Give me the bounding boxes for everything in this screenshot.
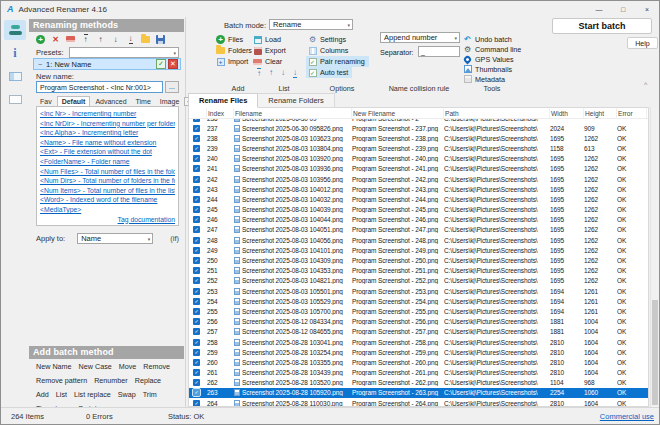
checkbox-checked-icon[interactable]: ✓ (193, 186, 200, 193)
apply-to-dropdown[interactable]: Name▾ (77, 233, 153, 244)
checkbox-checked-icon[interactable]: ✓ (193, 119, 200, 122)
add-method-link[interactable]: Remove pattern (36, 376, 87, 385)
move-method-top-button[interactable]: ↑ (81, 35, 90, 44)
table-row[interactable]: ✓252Screenshot 2025-08-03 104821.pngProg… (189, 276, 648, 286)
table-row[interactable]: ✓248Screenshot 2025-08-03 104056.pngProg… (189, 235, 648, 245)
new-name-input[interactable]: Program Screenshot - <Inc Nr:001> (36, 81, 163, 93)
table-row[interactable]: ✓240Screenshot 2025-08-03 103920.pngProg… (189, 154, 648, 164)
col-error[interactable]: Error (617, 108, 647, 118)
tag-link[interactable]: <Num Items> - Total number of files in t… (40, 186, 175, 196)
add-method-link[interactable]: Replace (135, 376, 161, 385)
checkbox-checked-icon[interactable]: ✓ (193, 125, 200, 132)
table-row[interactable]: ✓258Screenshot 2025-08-28 103041.pngProg… (189, 337, 648, 347)
tag-link[interactable]: <Inc Alpha> - Incrementing letter (40, 128, 175, 138)
checkbox-checked-icon[interactable]: ✓ (193, 135, 200, 142)
checkbox-checked-icon[interactable]: ✓ (193, 369, 200, 376)
method-delete-button[interactable]: ✕ (168, 59, 178, 69)
table-row[interactable]: ✓259Screenshot 2025-08-28 103254.pngProg… (189, 347, 648, 357)
start-batch-button[interactable]: Start batch (552, 18, 652, 34)
checkbox-checked-icon[interactable]: ✓ (193, 145, 200, 152)
layout-panel-button[interactable] (4, 89, 26, 109)
checkbox-checked-icon[interactable]: ✓ (193, 226, 200, 233)
table-row[interactable]: ✓243Screenshot 2025-08-03 104012.pngProg… (189, 184, 648, 194)
table-row[interactable]: ✓239Screenshot 2025-08-03 103804.pngProg… (189, 143, 648, 153)
checkbox-checked-icon[interactable]: ✓ (193, 247, 200, 254)
table-row[interactable]: ✓264Screenshot 2025-08-28 110030.pngProg… (189, 398, 648, 406)
add-method-link[interactable]: List (56, 390, 67, 399)
table-row[interactable]: ✓262Screenshot 2025-08-28 103520.pngProg… (189, 378, 648, 388)
tag-tab-fav[interactable]: Fav (36, 97, 56, 106)
tab-rename-files[interactable]: Rename Files (188, 93, 258, 108)
move-up-button[interactable]: ↑ (269, 68, 273, 78)
if-link[interactable]: (if) (170, 234, 179, 243)
minimize-button[interactable]: — (587, 1, 611, 17)
move-method-bottom-button[interactable]: ↓ (126, 35, 135, 44)
collapse-toolbar-icon[interactable]: ^ (644, 81, 647, 88)
help-button[interactable]: Help (627, 37, 658, 49)
checkbox-checked-icon[interactable]: ✓ (193, 349, 200, 356)
separator-input[interactable]: _ (418, 46, 460, 57)
move-down-button[interactable]: ↓ (281, 68, 285, 78)
tag-link[interactable]: <Num Files> - Total number of files in t… (40, 167, 175, 177)
table-row[interactable]: ✓260Screenshot 2025-08-28 103355.pngProg… (189, 357, 648, 367)
tag-link[interactable]: <Num Dirs> - Total number of folders in … (40, 176, 175, 186)
col-width[interactable]: Width (550, 108, 584, 118)
checkbox-checked-icon[interactable]: ✓ (193, 328, 200, 335)
gps-values-button[interactable]: GPS Values (463, 54, 521, 64)
move-top-button[interactable]: ↑ (257, 68, 261, 78)
checkbox-checked-icon[interactable]: ✓ (193, 216, 200, 223)
add-method-link[interactable]: New Case (79, 362, 112, 371)
table-row[interactable]: ✓242Screenshot 2025-08-03 103956.pngProg… (189, 174, 648, 184)
tag-tab-image[interactable]: Image (156, 97, 183, 106)
command-line-button[interactable]: ⚙Command line (463, 44, 521, 54)
tag-link[interactable]: <FolderName> - Folder name (40, 157, 175, 167)
checkbox-checked-icon[interactable]: ✓ (193, 389, 200, 396)
add-method-link[interactable]: Trim (143, 390, 157, 399)
checkbox-checked-icon[interactable]: ✓ (193, 379, 200, 386)
add-folders-button[interactable]: Folders (216, 45, 252, 56)
methods-panel-button[interactable] (4, 20, 26, 40)
table-row[interactable]: ✓253Screenshot 2025-08-03 105501.pngProg… (189, 286, 648, 296)
move-method-down-button[interactable]: ↓ (111, 35, 120, 44)
select-all-header[interactable] (193, 108, 207, 118)
settings-button[interactable]: ⚙Settings (308, 34, 369, 45)
tag-link[interactable]: <Ext> - File extension without the dot (40, 147, 175, 157)
vertical-scrollbar[interactable] (650, 107, 659, 407)
checkbox-checked-icon[interactable]: ✓ (193, 155, 200, 162)
checkbox-checked-icon[interactable]: ✓ (193, 267, 200, 274)
scrollbar-thumb[interactable] (652, 300, 658, 405)
tag-link[interactable]: <MediaType> (40, 205, 175, 215)
tag-tab-advanced[interactable]: Advanced (91, 97, 130, 106)
add-files-button[interactable]: +Files (216, 34, 252, 45)
thumbnails-button[interactable]: Thumbnails (463, 64, 521, 74)
checkbox-checked-icon[interactable]: ✓ (193, 400, 200, 406)
browse-tags-button[interactable]: ... (165, 81, 179, 93)
add-method-link[interactable]: Move (119, 362, 137, 371)
tag-documentation-link[interactable]: Tag documentation (118, 215, 175, 226)
checkbox-checked-icon[interactable]: ✓ (193, 206, 200, 213)
batch-mode-dropdown[interactable]: Rename▾ (269, 19, 353, 30)
checkbox-checked-icon[interactable]: ✓ (193, 318, 200, 325)
table-row[interactable]: ✓245Screenshot 2025-08-03 104039.pngProg… (189, 205, 648, 215)
method-item-new-name[interactable]: − 1: New Name ✓ ✕ (33, 58, 181, 70)
import-button[interactable]: +Import (216, 56, 252, 67)
col-index[interactable]: Index (207, 108, 234, 118)
table-row[interactable]: ✓261Screenshot 2025-08-28 103439.pngProg… (189, 368, 648, 378)
table-row[interactable]: ✓237Screenshot 2025-06-30 095826.pngProg… (189, 123, 648, 133)
table-row[interactable]: ✓256Screenshot 2025-08-12 084334.pngProg… (189, 317, 648, 327)
tag-tab-default[interactable]: Default (57, 96, 91, 106)
move-method-up-button[interactable]: ↑ (96, 35, 105, 44)
table-row[interactable]: ✓254Screenshot 2025-08-03 105529.pngProg… (189, 296, 648, 306)
move-bottom-button[interactable]: ↓ (293, 68, 297, 78)
info-panel-button[interactable]: i (4, 43, 26, 63)
table-row[interactable]: ✓255Screenshot 2025-08-03 105700.pngProg… (189, 306, 648, 316)
tag-link[interactable]: <Inc Nr> - Incrementing number (40, 109, 175, 119)
add-method-link[interactable]: New Name (36, 362, 72, 371)
add-method-link[interactable]: Remove (143, 362, 170, 371)
checkbox-checked-icon[interactable]: ✓ (193, 298, 200, 305)
clear-list-button[interactable]: Clear (253, 56, 286, 67)
tag-tab-time[interactable]: Time (132, 97, 155, 106)
checkbox-checked-icon[interactable]: ✓ (193, 237, 200, 244)
checkbox-checked-icon[interactable]: ✓ (193, 288, 200, 295)
name-collision-dropdown[interactable]: Append number▾ (380, 32, 460, 43)
